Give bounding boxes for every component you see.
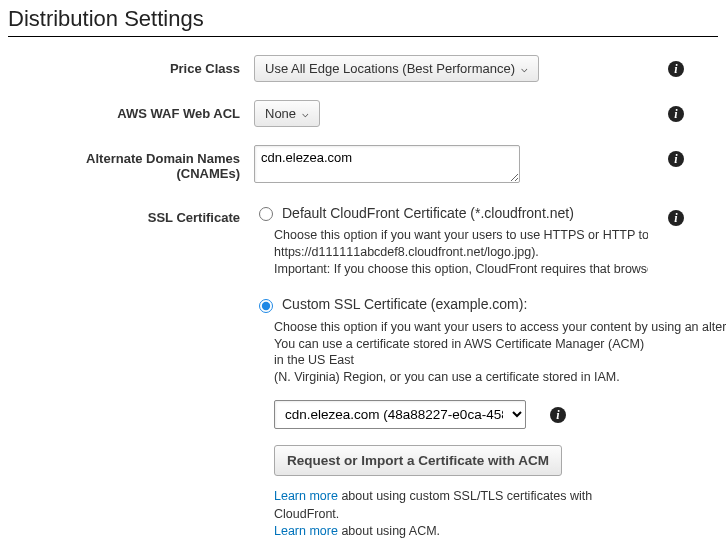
row-waf: AWS WAF Web ACL None ⌵ i [8, 100, 718, 127]
learn-more-block: Learn more about using custom SSL/TLS ce… [274, 488, 648, 541]
page-title: Distribution Settings [8, 6, 718, 32]
label-cnames: Alternate Domain Names (CNAMEs) [8, 145, 254, 181]
chevron-down-icon: ⌵ [302, 107, 309, 120]
input-cnames[interactable]: cdn.elezea.com [254, 145, 520, 183]
radio-custom-cert-row: Custom SSL Certificate (example.com): [254, 296, 648, 313]
select-waf-value: None [265, 106, 296, 121]
info-icon[interactable]: i [668, 106, 684, 122]
select-certificate[interactable]: cdn.elezea.com (48a88227-e0ca-4586-8...) [274, 400, 526, 429]
info-icon[interactable]: i [668, 151, 684, 167]
radio-default-cert-label: Default CloudFront Certificate (*.cloudf… [282, 205, 574, 221]
info-icon[interactable]: i [668, 61, 684, 77]
learn-more-cloudfront-link[interactable]: Learn more [274, 489, 338, 503]
select-price-class-value: Use All Edge Locations (Best Performance… [265, 61, 515, 76]
radio-custom-cert[interactable] [259, 299, 273, 313]
label-waf: AWS WAF Web ACL [8, 100, 254, 121]
select-price-class[interactable]: Use All Edge Locations (Best Performance… [254, 55, 539, 82]
radio-default-cert-row: Default CloudFront Certificate (*.cloudf… [254, 204, 648, 221]
info-icon[interactable]: i [550, 407, 566, 423]
title-divider [8, 36, 718, 37]
label-price-class: Price Class [8, 55, 254, 76]
request-certificate-button[interactable]: Request or Import a Certificate with ACM [274, 445, 562, 476]
help-default-cert: Choose this option if you want your user… [274, 227, 648, 278]
radio-default-cert[interactable] [259, 207, 273, 221]
row-ssl: SSL Certificate Default CloudFront Certi… [8, 204, 718, 541]
learn-more-acm-link[interactable]: Learn more [274, 524, 338, 538]
chevron-down-icon: ⌵ [521, 62, 528, 75]
select-waf[interactable]: None ⌵ [254, 100, 320, 127]
row-price-class: Price Class Use All Edge Locations (Best… [8, 55, 718, 82]
help-custom-cert: Choose this option if you want your user… [274, 319, 648, 387]
row-cnames: Alternate Domain Names (CNAMEs) cdn.elez… [8, 145, 718, 186]
label-ssl: SSL Certificate [8, 204, 254, 225]
info-icon[interactable]: i [668, 210, 684, 226]
radio-custom-cert-label: Custom SSL Certificate (example.com): [282, 296, 527, 312]
